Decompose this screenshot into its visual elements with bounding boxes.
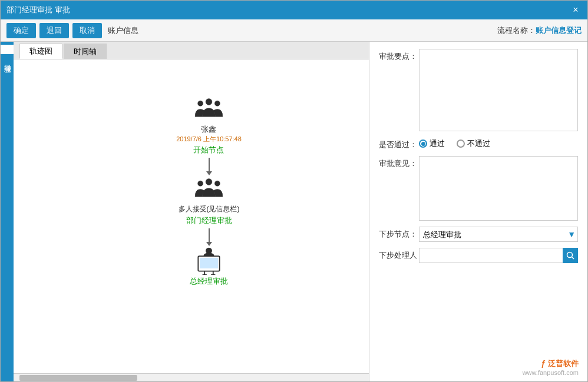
canvas-area[interactable]: 张鑫 2019/7/6 上午10:57:48 开始节点 bbox=[14, 59, 369, 373]
svg-point-1 bbox=[198, 101, 203, 106]
handler-input-wrapper bbox=[419, 248, 578, 263]
tab-timeline[interactable]: 时间轴 bbox=[64, 44, 107, 59]
back-button[interactable]: 退回 bbox=[39, 23, 69, 38]
pass-radio-label: 通过 bbox=[430, 138, 445, 149]
svg-line-14 bbox=[572, 257, 574, 260]
watermark-url: www.fanpusoft.com bbox=[523, 369, 579, 376]
tab-bar: 轨迹图 时间轴 bbox=[14, 42, 369, 59]
tab-trajectory[interactable]: 轨迹图 bbox=[19, 44, 62, 59]
title-bar: 部门经理审批 审批 × bbox=[1, 1, 587, 19]
key-points-label: 审批要点： bbox=[379, 49, 414, 62]
pass-row: 是否通过： 通过 不通过 bbox=[379, 137, 578, 150]
left-tab-management[interactable]: 张口管理 bbox=[1, 55, 14, 65]
window-title: 部门经理审批 审批 bbox=[6, 5, 570, 15]
next-node-label: 下步节点： bbox=[379, 227, 414, 240]
hscroll-thumb[interactable] bbox=[19, 375, 137, 381]
no-pass-radio-label: 不通过 bbox=[467, 138, 490, 149]
comment-textarea[interactable] bbox=[419, 156, 578, 221]
node-label-start: 开始节点 bbox=[193, 145, 224, 155]
node-time-start: 2019/7/6 上午10:57:48 bbox=[176, 135, 242, 144]
node-name-start: 张鑫 bbox=[201, 124, 216, 135]
handler-input[interactable] bbox=[419, 248, 578, 263]
close-button[interactable]: × bbox=[570, 4, 582, 16]
horizontal-scrollbar[interactable] bbox=[14, 373, 369, 381]
node-icon-people-2 bbox=[191, 175, 227, 204]
right-panel: 审批要点： 是否通过： 通过 不通过 bbox=[369, 42, 587, 381]
svg-rect-7 bbox=[200, 258, 218, 268]
account-info-label: 账户信息 bbox=[108, 25, 138, 36]
search-icon bbox=[566, 251, 574, 260]
no-pass-radio-circle[interactable] bbox=[457, 139, 465, 148]
handler-label: 下步处理人： bbox=[379, 248, 414, 261]
pass-radio-group: 通过 不通过 bbox=[419, 137, 490, 149]
watermark-area: ƒ 泛普软件 www.fanpusoft.com bbox=[379, 269, 578, 374]
no-pass-radio[interactable]: 不通过 bbox=[457, 138, 490, 149]
flow-diagram: 张鑫 2019/7/6 上午10:57:48 开始节点 bbox=[25, 71, 357, 298]
arrow-1 bbox=[209, 158, 210, 172]
center-panel: 轨迹图 时间轴 bbox=[14, 42, 369, 381]
canvas-inner: 张鑫 2019/7/6 上午10:57:48 开始节点 bbox=[14, 59, 369, 373]
handler-search-button[interactable] bbox=[563, 248, 578, 263]
cancel-button[interactable]: 取消 bbox=[72, 23, 102, 38]
toolbar: 确定 退回 取消 账户信息 流程名称：账户信息登记 bbox=[1, 19, 587, 42]
node-icon-computer bbox=[191, 245, 227, 275]
flow-node-start: 张鑫 2019/7/6 上午10:57:48 开始节点 bbox=[176, 95, 242, 155]
main-window: 部门经理审批 审批 × 确定 退回 取消 账户信息 流程名称：账户信息登记 张鑫… bbox=[0, 0, 588, 382]
pass-radio-circle[interactable] bbox=[419, 139, 427, 148]
key-points-textarea[interactable] bbox=[419, 49, 578, 131]
next-node-select-wrapper: 总经理审批 结束 ▼ bbox=[419, 227, 578, 242]
key-points-row: 审批要点： bbox=[379, 49, 578, 131]
left-tab-zhangxin[interactable]: 张鑫 bbox=[1, 45, 14, 54]
svg-point-0 bbox=[206, 98, 212, 105]
svg-point-4 bbox=[198, 181, 203, 186]
next-node-row: 下步节点： 总经理审批 结束 ▼ bbox=[379, 227, 578, 242]
comment-row: 审批意见： bbox=[379, 156, 578, 221]
node-label-dept: 部门经理审批 bbox=[186, 215, 232, 226]
pass-label: 是否通过： bbox=[379, 137, 414, 150]
flow-node-gm: 总经理审批 bbox=[190, 245, 228, 287]
watermark-logo: ƒ 泛普软件 bbox=[523, 358, 579, 369]
confirm-button[interactable]: 确定 bbox=[6, 23, 36, 38]
pass-radio[interactable]: 通过 bbox=[419, 138, 445, 149]
node-icon-people bbox=[191, 95, 226, 124]
logo-icon: ƒ bbox=[541, 358, 548, 368]
watermark: ƒ 泛普软件 www.fanpusoft.com bbox=[523, 358, 579, 376]
flow-prefix: 流程名称：账户信息登记 bbox=[497, 25, 582, 36]
svg-point-5 bbox=[214, 181, 220, 186]
flow-node-dept: 多人接受(见信息栏) 部门经理审批 bbox=[179, 175, 240, 226]
comment-label: 审批意见： bbox=[379, 156, 414, 169]
left-tab-bar: 张鑫 张口管理 bbox=[1, 42, 14, 381]
node-label-gm: 总经理审批 bbox=[190, 276, 228, 287]
svg-point-13 bbox=[567, 253, 573, 258]
svg-point-2 bbox=[214, 101, 220, 106]
handler-row: 下步处理人： bbox=[379, 248, 578, 263]
next-node-select[interactable]: 总经理审批 结束 bbox=[419, 227, 578, 242]
arrow-2 bbox=[209, 228, 210, 243]
svg-point-3 bbox=[206, 178, 212, 185]
main-content: 张鑫 张口管理 轨迹图 时间轴 bbox=[1, 42, 587, 381]
flow-name: 账户信息登记 bbox=[536, 26, 582, 35]
node-name-dept: 多人接受(见信息栏) bbox=[179, 204, 240, 214]
